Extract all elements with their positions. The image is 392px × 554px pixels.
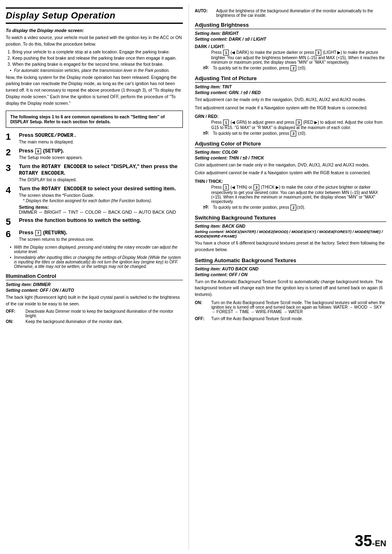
- step-3-content: Turn the Rotary encoder to select "DISPL…: [19, 163, 183, 183]
- step-2-action: Press 6 (SETUP).: [19, 148, 183, 154]
- italic-note-list: For automatic transmission vehicles, pla…: [6, 68, 183, 73]
- page-suffix: -EN: [372, 539, 386, 548]
- illumination-off-label: OFF:: [6, 309, 24, 314]
- color-subsection: THIN / THICK: Press 1 (◀ THIN) or 3 (THI…: [195, 179, 386, 210]
- step-2-number: 2: [6, 148, 17, 157]
- key-3-tint: 3: [296, 120, 302, 125]
- step-5: 5 Press the function buttons to switch t…: [6, 217, 183, 227]
- brightness-dark-light-content: Press 1 (◀ DARK) to make the picture dar…: [211, 50, 386, 65]
- illumination-off-value: Deactivate Auto Dimmer mode to keep the …: [25, 309, 183, 318]
- key-6: 6: [35, 148, 41, 154]
- tint-setting-item: Setting item: TINT: [195, 84, 386, 89]
- color-pm-item: ±0: To quickly set to the center positio…: [203, 205, 386, 210]
- key-1-color: 1: [223, 185, 229, 190]
- illumination-on-label: ON:: [6, 319, 24, 324]
- step-6-label: RETURN: [45, 230, 64, 236]
- color-setting-content: Setting content: THIN / ±0 / THICK: [195, 155, 386, 160]
- step-4-action: Turn the Rotary encoder to select your d…: [19, 185, 183, 192]
- key-7: 7: [35, 230, 41, 236]
- left-column: Display Setup Operation To display the D…: [0, 4, 189, 550]
- color-para-2: Color adjustment cannot be made if a Nav…: [195, 170, 386, 176]
- auto-background-setting-item: Setting item: AUTO BACK GND: [195, 266, 386, 271]
- background-setting-item: Setting item: BACK GND: [195, 224, 386, 229]
- step-5-content: Press the function buttons to switch the…: [19, 217, 183, 224]
- auto-bg-off-label: OFF:: [195, 316, 210, 321]
- illumination-on: ON: Keep the background illumination of …: [6, 319, 183, 324]
- step-3-number: 3: [6, 163, 17, 173]
- key-1-tint: 1: [223, 120, 229, 125]
- key-2-tint: 2: [291, 131, 296, 136]
- color-thin-thick-title: THIN / THICK:: [195, 179, 386, 184]
- setting-items-value: DIMMER ↔ BRIGHT ↔ TINT ↔ COLOR ↔ BACK GN…: [19, 210, 176, 215]
- auto-bg-on-row: ON: Turn on the Auto Background Texture …: [195, 300, 386, 314]
- brightness-pm-item: ±0: To quickly set to the center positio…: [203, 65, 386, 71]
- brightness-setting-item: Setting item: BRIGHT: [195, 31, 386, 36]
- tint-title: Adjusting Tint of Picture: [195, 75, 386, 83]
- tint-subsection: GRN / RED: Press 1 (◀ GRN) to adjust gre…: [195, 114, 386, 136]
- step-4-number: 4: [6, 185, 17, 195]
- illumination-setting-item: Setting item: DIMMER: [6, 282, 183, 287]
- tint-grn-red-content: Press 1 (◀ GRN) to adjust green and pres…: [211, 120, 386, 130]
- step-3-desc: The DISPLAY list is displayed.: [19, 177, 183, 182]
- list-item: When the parking brake is engaged for th…: [12, 62, 183, 67]
- step-3: 3 Turn the Rotary encoder to select "DIS…: [6, 163, 183, 183]
- illumination-title: Illumination Control: [6, 273, 183, 280]
- auto-bg-off-value: Turn off the Auto Background Texture Scr…: [211, 316, 386, 321]
- background-textures-title: Switching Background Textures: [195, 215, 386, 222]
- step-4-desc: The screen shows the *Function Guide.: [19, 193, 183, 198]
- page: Display Setup Operation To display the D…: [0, 0, 392, 554]
- step-6: 6 Press 7 (RETURN). The screen returns t…: [6, 229, 183, 242]
- brightness-title: Adjusting Brightness: [195, 22, 386, 29]
- bullet-note-2: Immediately after inputting titles or ch…: [10, 255, 183, 269]
- step-1-desc: The main menu is displayed.: [19, 139, 183, 144]
- common-steps-box: The following steps 1 to 6 are common op…: [6, 111, 183, 128]
- illumination-off: OFF: Deactivate Auto Dimmer mode to keep…: [6, 309, 183, 318]
- step-2: 2 Press 6 (SETUP). The Setup mode screen…: [6, 148, 183, 161]
- auto-item: AUTO: Adjust the brightness of the backg…: [195, 9, 386, 18]
- key-2-color: 2: [291, 205, 296, 210]
- step-1-action: Press SOURCE/POWER.: [19, 132, 183, 138]
- key-3-brightness: 3: [316, 50, 321, 55]
- key-3-color: 3: [254, 185, 259, 190]
- step-6-action: Press 7 (RETURN).: [19, 229, 183, 236]
- box-text: The following steps 1 to 6 are common op…: [10, 114, 178, 124]
- tint-pm-label: ±0:: [203, 131, 211, 135]
- main-content: Display Setup Operation To display the D…: [0, 0, 392, 554]
- step-6-content: Press 7 (RETURN). The screen returns to …: [19, 229, 183, 242]
- display-mode-header: To display the Display mode screen:: [6, 28, 183, 33]
- auto-bg-on-value: Turn on the Auto Background Texture Scro…: [211, 300, 386, 314]
- brightness-pm-value: To quickly set to the center position, p…: [213, 65, 386, 71]
- step-6-number: 6: [6, 229, 17, 239]
- color-thin-thick-content: Press 1 (◀ THIN) or 3 (THICK ▶) to make …: [211, 185, 386, 204]
- auto-background-para: Turn on the Automatic Background Texture…: [195, 279, 386, 298]
- background-setting-content: Setting content: MODE1(WATER) / MODE2(WO…: [195, 229, 386, 238]
- step-3-action: Turn the Rotary encoder to select "DISPL…: [19, 163, 183, 176]
- key-1-brightness: 1: [223, 50, 229, 55]
- step-2-desc: The Setup mode screen appears.: [19, 155, 183, 160]
- auto-bg-on-label: ON:: [195, 300, 210, 305]
- step-5-number: 5: [6, 217, 17, 227]
- step-1-number: 1: [6, 132, 17, 142]
- auto-background-off: OFF: Turn off the Auto Background Textur…: [195, 316, 386, 321]
- list-item: Bring your vehicle to a complete stop at…: [12, 49, 183, 54]
- illumination-setting-content: Setting content: OFF / ON / AUTO: [6, 288, 183, 293]
- step-4-setting-items: Setting items: DIMMER ↔ BRIGHT ↔ TINT ↔ …: [19, 205, 183, 215]
- bullet-note-1: With the Display screen displayed, press…: [10, 245, 183, 254]
- bullet-notes: With the Display screen displayed, press…: [6, 245, 183, 269]
- brightness-dark-light-title: DARK / LIGHT:: [195, 44, 386, 49]
- key-2-brightness: 2: [291, 65, 296, 71]
- color-para-1: Color adjustment can be made only in the…: [195, 162, 386, 169]
- tint-para-1: Tint adjustment can be made only in the …: [195, 97, 386, 103]
- color-pm-value: To quickly set to the center position, p…: [213, 205, 386, 210]
- step-4-content: Turn the Rotary encoder to select your d…: [19, 185, 183, 215]
- step-4-asterisk: * Displays the function assigned for eac…: [23, 199, 183, 203]
- step-4: 4 Turn the Rotary encoder to select your…: [6, 185, 183, 215]
- tint-pm-item: ±0: To quickly set to the center positio…: [203, 131, 386, 136]
- illumination-on-value: Keep the background illumination of the …: [25, 319, 183, 324]
- right-column: AUTO: Adjust the brightness of the backg…: [189, 4, 392, 550]
- tint-para-2: Tint adjustment cannot be made if a Navi…: [195, 105, 386, 111]
- list-item: Keep pushing the foot brake and release …: [12, 55, 183, 60]
- background-para: You have a choice of 6 different backgro…: [195, 240, 386, 253]
- brightness-subsection: DARK / LIGHT: Press 1 (◀ DARK) to make t…: [195, 44, 386, 71]
- tint-pm-value: To quickly set to the center position, p…: [213, 131, 386, 136]
